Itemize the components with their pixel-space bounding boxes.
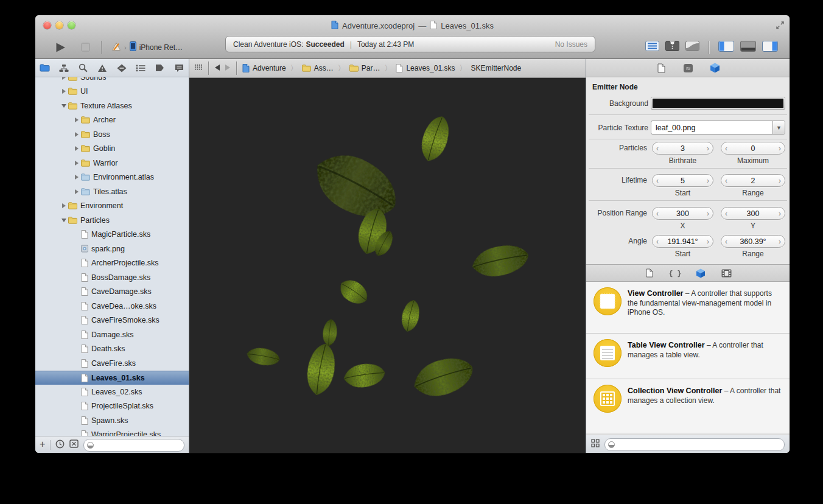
- jumpbar-crumb[interactable]: Adventure: [242, 64, 286, 72]
- stepper-decrement-icon[interactable]: ‹: [721, 177, 731, 184]
- navigator-row-bossdamage-sks[interactable]: BossDamage.sks: [35, 270, 189, 285]
- add-item-button[interactable]: +: [40, 439, 45, 449]
- navigator-row-sounds[interactable]: Sounds: [35, 77, 189, 85]
- close-window-button[interactable]: [43, 21, 51, 29]
- disclosure-right-icon[interactable]: [72, 175, 81, 180]
- disclosure-right-icon[interactable]: [72, 189, 81, 194]
- navigator-row-environment-atlas[interactable]: Environment.atlas: [35, 170, 189, 185]
- related-items-icon[interactable]: [194, 64, 203, 72]
- stepper-lifetime-range[interactable]: ‹2›: [721, 174, 785, 187]
- navigator-row-cavefire-sks[interactable]: CaveFire.sks: [35, 356, 189, 371]
- navigator-filter-field[interactable]: [83, 439, 184, 452]
- navigator-row-spawn-sks[interactable]: Spawn.sks: [35, 413, 189, 428]
- stepper-lifetime-start[interactable]: ‹5›: [652, 174, 713, 187]
- stepper-increment-icon[interactable]: ›: [703, 145, 713, 152]
- fullscreen-icon[interactable]: [776, 21, 784, 32]
- assistant-editor-button[interactable]: [665, 41, 679, 51]
- toggle-utilities-panel-button[interactable]: [762, 41, 778, 52]
- jumpbar-crumb[interactable]: Leaves_01.sks: [396, 64, 455, 72]
- particle-texture-dropdown[interactable]: leaf_00.png ▼: [651, 121, 785, 135]
- navigator-row-goblin[interactable]: Goblin: [35, 142, 189, 156]
- particle-editor-canvas[interactable]: [189, 78, 586, 453]
- navigator-tab-breakpoints-icon[interactable]: [155, 63, 166, 74]
- library-item-collection-view-controller[interactable]: Collection View Controller – A controlle…: [586, 379, 790, 433]
- stepper-decrement-icon[interactable]: ‹: [721, 238, 731, 245]
- stepper-decrement-icon[interactable]: ‹: [721, 145, 731, 152]
- navigator-row-spark-png[interactable]: spark.png: [35, 242, 189, 256]
- stepper-particles-birthrate[interactable]: ‹3›: [652, 142, 713, 155]
- stepper-particles-maximum[interactable]: ‹0›: [721, 142, 785, 155]
- disclosure-right-icon[interactable]: [60, 203, 68, 208]
- recent-files-icon[interactable]: [55, 439, 65, 451]
- navigator-row-cavedamage-sks[interactable]: CaveDamage.sks: [35, 285, 189, 299]
- tab-objects-icon[interactable]: [694, 267, 707, 279]
- tab-code-snippets-icon[interactable]: { }: [668, 267, 682, 279]
- disclosure-right-icon[interactable]: [60, 77, 68, 80]
- tab-node-inspector-icon[interactable]: [708, 62, 721, 74]
- library-item-table-view-controller[interactable]: Table View Controller – A controller tha…: [586, 334, 790, 379]
- scheme-selector[interactable]: › iPhone Ret…: [111, 41, 183, 53]
- minimize-window-button[interactable]: [55, 21, 63, 29]
- navigator-tab-tests-icon[interactable]: [116, 63, 127, 74]
- navigator-row-texture-atlases[interactable]: Texture Atlases: [35, 99, 189, 113]
- stepper-decrement-icon[interactable]: ‹: [653, 210, 662, 217]
- stepper-increment-icon[interactable]: ›: [703, 210, 713, 217]
- navigator-row-leaves-01-sks[interactable]: Leaves_01.sks: [35, 371, 189, 385]
- jumpbar-crumb[interactable]: Par…: [349, 64, 380, 72]
- stepper-decrement-icon[interactable]: ‹: [653, 238, 662, 245]
- disclosure-right-icon[interactable]: [72, 132, 81, 137]
- tab-quick-help-icon[interactable]: ≈: [681, 62, 695, 74]
- navigator-row-environment[interactable]: Environment: [35, 199, 189, 214]
- navigator-tab-reports-icon[interactable]: [174, 63, 185, 74]
- tab-file-templates-icon[interactable]: [643, 267, 656, 279]
- titlebar[interactable]: Adventure.xcodeproj — Leaves_01.sks: [35, 15, 790, 36]
- stepper-angle-start[interactable]: ‹191.941°›: [652, 235, 713, 248]
- grid-view-icon[interactable]: [591, 439, 600, 450]
- library-item-view-controller[interactable]: View Controller – A controller that supp…: [586, 282, 790, 334]
- tab-media-icon[interactable]: [720, 267, 733, 279]
- stepper-increment-icon[interactable]: ›: [703, 238, 713, 245]
- disclosure-right-icon[interactable]: [60, 89, 68, 94]
- navigator-row-particles[interactable]: Particles: [35, 213, 189, 228]
- navigator-tab-project-icon[interactable]: [40, 63, 51, 74]
- navigator-row-cavefiresmoke-sks[interactable]: CaveFireSmoke.sks: [35, 313, 189, 328]
- stepper-increment-icon[interactable]: ›: [775, 145, 785, 152]
- navigator-row-ui[interactable]: UI: [35, 85, 189, 99]
- navigator-row-magicparticle-sks[interactable]: MagicParticle.sks: [35, 228, 189, 242]
- navigator-row-boss[interactable]: Boss: [35, 127, 189, 142]
- run-button[interactable]: [55, 41, 66, 54]
- navigator-row-archer[interactable]: Archer: [35, 113, 189, 128]
- navigator-row-projectilesplat-sks[interactable]: ProjectileSplat.sks: [35, 399, 189, 414]
- scm-status-icon[interactable]: [69, 439, 79, 450]
- disclosure-down-icon[interactable]: [60, 104, 68, 108]
- navigator-row-warrior[interactable]: Warrior: [35, 156, 189, 170]
- project-navigator-tree[interactable]: SoundsUITexture AtlasesArcherBossGoblinW…: [35, 77, 189, 436]
- disclosure-down-icon[interactable]: [60, 219, 68, 222]
- navigator-row-cavedea-oke-sks[interactable]: CaveDea…oke.sks: [35, 299, 189, 313]
- navigator-tab-debug-icon[interactable]: [136, 63, 147, 74]
- jumpbar-crumb[interactable]: SKEmitterNode: [471, 64, 521, 72]
- navigator-tab-issues-icon[interactable]: [97, 63, 108, 74]
- navigator-row-damage-sks[interactable]: Damage.sks: [35, 327, 189, 342]
- stepper-position-range-x[interactable]: ‹300›: [652, 207, 713, 220]
- stepper-increment-icon[interactable]: ›: [703, 177, 713, 184]
- forward-button[interactable]: [225, 64, 231, 73]
- stepper-angle-range[interactable]: ‹360.39°›: [721, 235, 785, 248]
- stop-button[interactable]: [81, 43, 90, 52]
- library-filter-field[interactable]: [604, 438, 785, 451]
- back-button[interactable]: [214, 64, 220, 73]
- disclosure-right-icon[interactable]: [72, 161, 81, 166]
- jumpbar-crumb[interactable]: Ass…: [302, 64, 334, 72]
- navigator-tab-symbols-icon[interactable]: [59, 63, 70, 74]
- stepper-increment-icon[interactable]: ›: [775, 177, 785, 184]
- stepper-decrement-icon[interactable]: ‹: [653, 145, 662, 152]
- toggle-debug-panel-button[interactable]: [740, 41, 756, 52]
- disclosure-right-icon[interactable]: [72, 117, 81, 122]
- stepper-decrement-icon[interactable]: ‹: [721, 210, 731, 217]
- navigator-row-tiles-atlas[interactable]: Tiles.atlas: [35, 184, 189, 199]
- tab-file-inspector-icon[interactable]: [654, 62, 668, 74]
- zoom-window-button[interactable]: [68, 21, 75, 29]
- navigator-row-death-sks[interactable]: Death.sks: [35, 342, 189, 357]
- disclosure-right-icon[interactable]: [72, 146, 81, 151]
- navigator-row-leaves-02-sks[interactable]: Leaves_02.sks: [35, 385, 189, 399]
